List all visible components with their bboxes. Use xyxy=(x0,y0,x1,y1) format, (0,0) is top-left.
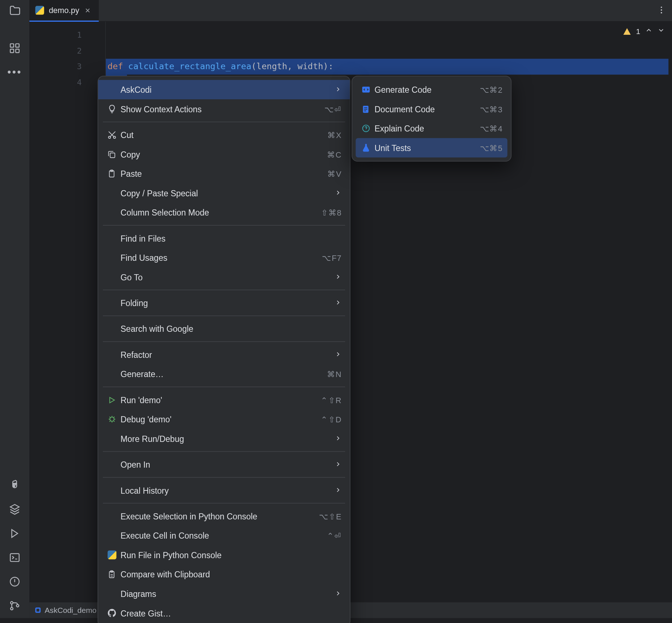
chevron-up-icon[interactable] xyxy=(645,26,652,36)
folder-icon[interactable] xyxy=(9,5,21,19)
menu-item[interactable]: Local History xyxy=(98,481,350,500)
menu-item[interactable]: Column Selection Mode⇧⌘8 xyxy=(98,203,350,222)
menu-label: Run 'demo' xyxy=(118,395,321,405)
menu-item[interactable]: Refactor xyxy=(98,345,350,364)
svg-point-11 xyxy=(661,12,662,13)
cut-icon xyxy=(105,130,118,140)
menu-item[interactable]: Search with Google xyxy=(98,319,350,339)
terminal-icon[interactable] xyxy=(9,552,20,565)
menu-item[interactable]: Paste⌘V xyxy=(98,164,350,184)
chevron-right-icon xyxy=(335,298,341,308)
activity-bar: ••• xyxy=(0,0,29,618)
menu-label: Paste xyxy=(118,169,327,178)
menu-item[interactable]: Execute Selection in Python Console⌥⇧E xyxy=(98,506,350,526)
tab-demo[interactable]: demo.py × xyxy=(29,0,99,21)
menu-item[interactable]: More Run/Debug xyxy=(98,429,350,448)
svg-point-9 xyxy=(661,6,662,8)
menu-label: Cut xyxy=(118,130,327,139)
svg-point-17 xyxy=(109,417,113,421)
menu-label: Document Code xyxy=(372,104,480,114)
copy-icon xyxy=(105,150,118,159)
submenu-item[interactable]: Document Code⌥⌘3 xyxy=(352,99,511,119)
menu-item[interactable]: Find Usages⌥F7 xyxy=(98,248,350,268)
menu-label: Generate Code xyxy=(372,85,480,94)
warning-count: 1 xyxy=(636,27,640,35)
menu-item[interactable]: Go To xyxy=(98,267,350,287)
close-icon[interactable]: × xyxy=(85,5,90,15)
menu-item[interactable]: Generate…⌘N xyxy=(98,364,350,384)
submenu-item[interactable]: Unit Tests⌥⌘5 xyxy=(356,138,507,158)
menu-item[interactable]: Execute Cell in Console⌃⏎ xyxy=(98,526,350,545)
shortcut: ⌥⌘3 xyxy=(480,104,503,114)
menu-item[interactable]: Folding xyxy=(98,293,350,313)
submenu-item[interactable]: Explain Code⌥⌘4 xyxy=(352,119,511,138)
gutter: 1 2 3 4 xyxy=(29,22,106,602)
chevron-down-icon[interactable] xyxy=(657,26,665,36)
python-icon[interactable] xyxy=(9,480,20,493)
problems-icon[interactable] xyxy=(9,576,20,589)
menu-item[interactable]: Run 'demo'⌃⇧R xyxy=(98,390,350,410)
project-icon xyxy=(35,607,41,613)
submenu-item[interactable]: Generate Code⌥⌘2 xyxy=(352,80,511,100)
more-icon[interactable]: ••• xyxy=(7,66,22,79)
svg-point-8 xyxy=(16,605,19,607)
shortcut: ⌃⏎ xyxy=(327,531,342,540)
menu-label: Local History xyxy=(118,486,335,495)
line-number: 2 xyxy=(29,43,105,59)
svg-point-7 xyxy=(11,607,13,610)
menu-label: Generate… xyxy=(118,369,327,379)
code-line: def calculate_rectangle_area(length, wid… xyxy=(106,59,668,75)
menu-item[interactable]: Debug 'demo'⌃⇧D xyxy=(98,410,350,429)
menu-label: Run File in Python Console xyxy=(118,550,341,560)
chevron-right-icon xyxy=(335,85,341,94)
paste-icon xyxy=(105,169,118,178)
code-icon xyxy=(359,85,372,95)
menu-item[interactable]: Create Gist… xyxy=(98,603,350,623)
menu-item[interactable]: Diagrams xyxy=(98,584,350,603)
run-icon xyxy=(105,395,118,405)
menu-label: Unit Tests xyxy=(372,143,480,152)
shortcut: ⌥⏎ xyxy=(324,104,341,114)
svg-rect-4 xyxy=(10,554,19,562)
bug-icon xyxy=(105,414,118,425)
chevron-right-icon xyxy=(335,589,341,598)
menu-item[interactable]: Find in Files xyxy=(98,229,350,248)
menu-item[interactable]: Compare with Clipboard xyxy=(98,565,350,584)
shortcut: ⇧⌘8 xyxy=(321,208,342,217)
line-number: 3 xyxy=(29,59,105,75)
chevron-right-icon xyxy=(335,434,341,443)
menu-item[interactable]: AskCodi xyxy=(98,80,350,100)
chevron-right-icon xyxy=(335,486,341,495)
explain-icon xyxy=(359,124,372,134)
context-menu: AskCodiShow Context Actions⌥⏎Cut⌘XCopy⌘C… xyxy=(98,76,350,623)
menu-label: Find Usages xyxy=(118,253,322,262)
menu-item[interactable]: Copy⌘C xyxy=(98,145,350,164)
vcs-icon[interactable] xyxy=(9,600,20,613)
menu-label: Show Context Actions xyxy=(118,104,324,114)
svg-rect-20 xyxy=(362,87,370,92)
shortcut: ⌥⇧E xyxy=(319,511,341,521)
breadcrumb-project[interactable]: AskCodi_demo xyxy=(45,606,96,614)
structure-icon[interactable] xyxy=(9,42,20,56)
menu-item[interactable]: Open In xyxy=(98,455,350,474)
tab-menu-icon[interactable] xyxy=(657,5,666,16)
menu-item[interactable]: Cut⌘X xyxy=(98,125,350,145)
menu-label: Copy xyxy=(118,150,327,159)
menu-item[interactable]: Show Context Actions⌥⏎ xyxy=(98,99,350,119)
svg-rect-2 xyxy=(10,49,13,53)
menu-label: Execute Cell in Console xyxy=(118,531,327,540)
py-icon xyxy=(105,551,118,559)
menu-label: Search with Google xyxy=(118,324,341,334)
services-icon[interactable] xyxy=(9,528,20,541)
packages-icon[interactable] xyxy=(9,503,20,517)
line-number: 4 xyxy=(29,75,105,91)
python-file-icon xyxy=(35,5,44,14)
menu-label: Open In xyxy=(118,460,335,469)
inspections-widget[interactable]: 1 xyxy=(622,26,665,36)
svg-point-13 xyxy=(113,136,115,138)
svg-rect-1 xyxy=(16,44,19,47)
gh-icon xyxy=(105,608,118,618)
shortcut: ⌘X xyxy=(327,130,341,139)
menu-item[interactable]: Run File in Python Console xyxy=(98,545,350,565)
menu-item[interactable]: Copy / Paste Special xyxy=(98,183,350,203)
